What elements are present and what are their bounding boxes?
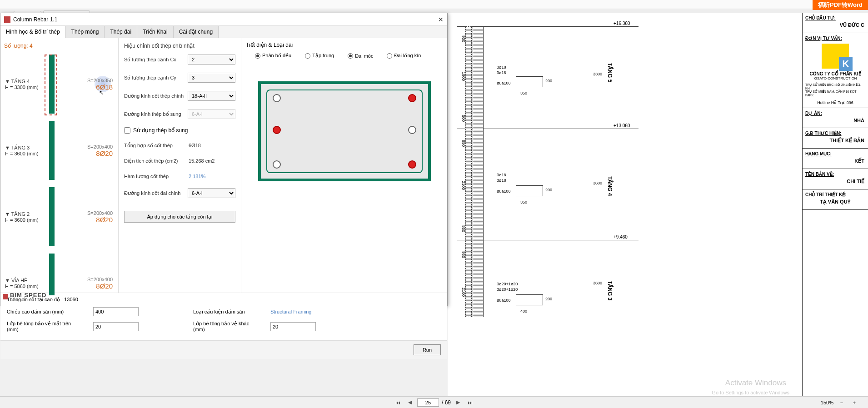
tab-settings[interactable]: Cài đặt chung — [174, 26, 219, 38]
dialog-tabs: Hình học & Bố trí thép Thép móng Thép đa… — [0, 26, 447, 38]
dim: 400 — [520, 309, 527, 313]
dim: 200 — [545, 79, 552, 83]
total-val: 6Ø18 — [188, 142, 235, 149]
elev-label: +9.460 — [614, 234, 628, 239]
cross-title: Tiết diện & Loại đai — [246, 42, 443, 48]
rebar-note: 3ø18 — [497, 178, 506, 183]
owner-val: VŨ ĐỨC C — [805, 20, 865, 30]
dim: 200 — [545, 297, 552, 301]
first-page-icon[interactable]: ⏮ — [394, 398, 403, 407]
tab-geometry[interactable]: Hình học & Bố trí thép — [0, 26, 66, 38]
run-button[interactable]: Run — [414, 344, 441, 355]
rebar-dot — [273, 94, 281, 102]
tab-stirrup[interactable]: Thép đai — [105, 26, 137, 38]
pager-bar: ⏮ ◀ / 69 ▶ ⏭ 150% − + — [0, 396, 868, 408]
floor-name: ▼ VỈA HÈ — [5, 278, 39, 284]
radio-closed[interactable]: Đai lồng kín — [387, 53, 421, 59]
consult-title: ĐƠN VỊ TƯ VẤN: — [805, 36, 865, 41]
rebar-note: 3ø18 — [497, 65, 506, 70]
dialog-title-text: Column Rebar 1.1 — [13, 16, 57, 23]
rebar-size: S=200x350 — [87, 78, 113, 83]
next-page-icon[interactable]: ▶ — [454, 398, 463, 407]
dim: 1900 — [461, 72, 466, 81]
ratio-val: 2.181% — [188, 173, 235, 180]
floor-label: TẦNG 3 — [607, 281, 613, 300]
use-add-checkbox[interactable] — [124, 127, 130, 134]
bim-sub: Save your time — [10, 299, 47, 302]
rebar-dot — [273, 160, 281, 169]
cover-other-input[interactable] — [270, 322, 316, 331]
rebar-size: S=200x400 — [87, 277, 113, 282]
zoom-out-icon[interactable]: − — [837, 398, 846, 407]
elev-label: +16.360 — [614, 21, 630, 26]
tie-select[interactable]: 6-A-I — [188, 188, 235, 198]
floor-h: H = 3600 (mm) — [5, 217, 39, 223]
pdf-badge: 福昕PDF转Word — [813, 0, 868, 10]
addr: TRỤ SỞ MIỀN BẮC: SỐ 29-LIỀN KỀ 3-KH — [805, 83, 865, 90]
zoom-in-icon[interactable]: + — [850, 398, 859, 407]
cover-top-label: Lớp bê tông bảo vệ mặt trên (mm) — [7, 321, 80, 332]
radio-even[interactable]: Phân bố đều — [255, 53, 291, 59]
dwg-title: TÊN BẢN VẼ: — [805, 172, 865, 177]
last-page-icon[interactable]: ⏭ — [465, 398, 474, 407]
dim: 550 — [461, 225, 466, 232]
rebar-dot — [408, 94, 416, 102]
ratio-label: Hàm lượng cốt thép — [124, 174, 188, 179]
gd-title: G.Đ THỰC HIỆN: — [805, 131, 865, 136]
lead-val: TẠ VĂN QUÝ — [805, 197, 865, 207]
cx-select[interactable]: 2 — [188, 55, 235, 65]
cursor-icon: ↖ — [99, 90, 104, 96]
floor-item[interactable]: ▼ TẦNG 3H = 3600 (mm) S=200x4008Ø20 — [2, 117, 116, 184]
floor-h: H = 5860 (mm) — [5, 284, 39, 289]
rebar-size: S=200x400 — [87, 210, 113, 216]
rebar-dot — [273, 126, 281, 134]
count-label: Số lượng: 4 — [2, 42, 116, 50]
tab-foundation[interactable]: Thép móng — [66, 26, 105, 38]
cover-top-input[interactable] — [93, 322, 139, 331]
project-title: DỰ ÁN: — [805, 111, 865, 116]
rebar-dot — [408, 160, 416, 169]
hotline: Hotline Hỗ Trợ: 096 — [805, 100, 865, 105]
radio-concentrated[interactable]: Tập trung — [305, 53, 334, 59]
dim: 2100 — [461, 181, 466, 190]
dk-main-select[interactable]: 18-A-II — [188, 91, 235, 101]
floor-name: ▼ TẦNG 4 — [5, 79, 39, 85]
type-label: Loại cấu kiện dầm sàn — [193, 309, 257, 315]
beam-h-label: Chiều cao dầm sàn (mm) — [7, 309, 80, 315]
radio-label: Tập trung — [312, 53, 334, 59]
gd-val: THIẾT KẾ BẢN — [805, 136, 865, 145]
floor-item[interactable]: ▼ VỈA HÈH = 5860 (mm) S=200x4008Ø20 — [2, 250, 116, 295]
cy-select[interactable]: 3 — [188, 73, 235, 83]
use-add-label: Sử dụng thép bổ sung — [133, 127, 188, 134]
title-block: CHỦ ĐẦU TƯ: VŨ ĐỨC C ĐƠN VỊ TƯ VẤN: CÔNG… — [802, 13, 868, 399]
apply-button[interactable]: Áp dụng cho các tầng còn lại — [124, 211, 235, 223]
dim: 950 — [461, 140, 466, 147]
page-input[interactable] — [417, 398, 439, 407]
zoom-label: 150% — [821, 400, 833, 405]
hm-title: HẠNG MỤC: — [805, 151, 865, 156]
floor-item[interactable]: ▼ TẦNG 2H = 3600 (mm) S=200x4008Ø20 — [2, 184, 116, 250]
area-val: 15.268 cm2 — [188, 157, 235, 164]
tab-detail[interactable]: Triển Khai — [137, 26, 174, 38]
radio-hook[interactable]: Đai móc — [348, 53, 373, 59]
dk-add-select[interactable]: 6-A-I — [188, 109, 235, 119]
hm-val: KẾT — [805, 156, 865, 166]
addr: TRỤ SỞ MIỀN NAM: CĂN P16-KDT PARK — [805, 90, 865, 97]
watermark: Activate Windows — [725, 378, 786, 388]
beam-h-input[interactable] — [93, 307, 139, 316]
bim-logo: BIM SPEEDSave your time — [3, 292, 47, 302]
type-link[interactable]: Structural Framing — [270, 309, 311, 314]
dim: 900 — [461, 35, 466, 42]
owner-title: CHỦ ĐẦU TƯ: — [805, 15, 865, 20]
prev-page-icon[interactable]: ◀ — [405, 398, 414, 407]
rebar-note: 3ø18 — [497, 173, 506, 177]
floor-item[interactable]: ▼ TẦNG 4H = 3300 (mm) S=200x3506Ø18 ↖ — [2, 51, 116, 117]
floor-name: ▼ TẦNG 3 — [5, 145, 39, 151]
section-title: Hiệu chỉnh cốt thép chữ nhật — [124, 43, 235, 49]
floor-h: H = 3300 (mm) — [5, 85, 39, 90]
tie-label: Đường kính cốt đai chính — [124, 190, 188, 196]
close-icon[interactable]: ✕ — [438, 16, 444, 23]
radio-label: Đai móc — [355, 53, 373, 59]
floor-label: TẦNG 4 — [607, 176, 613, 196]
bim-name: BIM SPEED — [10, 292, 47, 299]
